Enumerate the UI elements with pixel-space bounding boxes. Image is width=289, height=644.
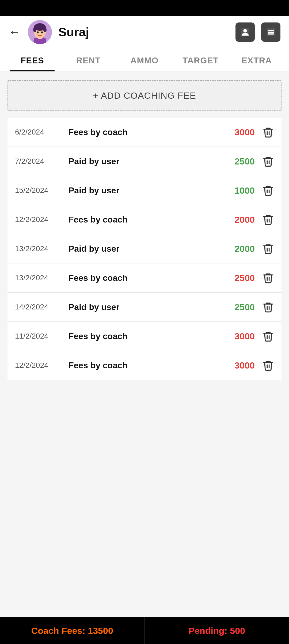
- table-row: 11/2/2024 Fees by coach 3000: [7, 322, 282, 351]
- tab-fees[interactable]: FEES: [4, 48, 60, 71]
- table-row: 13/2/2024 Fees by coach 2500: [7, 263, 282, 293]
- tab-extra[interactable]: EXTRA: [229, 48, 285, 71]
- fee-amount: 3000: [212, 360, 255, 371]
- fee-label: Fees by coach: [69, 361, 212, 370]
- delete-button[interactable]: [262, 359, 274, 371]
- pending-stat: Pending: 500: [145, 617, 289, 644]
- fee-amount: 2500: [212, 273, 255, 283]
- delete-button[interactable]: [262, 126, 274, 138]
- table-row: 13/2/2024 Paid by user 2000: [7, 234, 282, 263]
- menu-icon: [265, 27, 276, 37]
- tab-ammo[interactable]: AMMO: [116, 48, 173, 71]
- status-bar: [0, 0, 289, 16]
- svg-rect-13: [268, 30, 274, 31]
- coach-fees-stat: Coach Fees: 13500: [0, 617, 145, 644]
- fee-label: Fees by coach: [69, 273, 212, 283]
- fee-date: 13/2/2024: [15, 274, 69, 282]
- header: ← Suraj: [0, 16, 289, 48]
- svg-point-6: [33, 27, 36, 32]
- fee-label: Paid by user: [69, 244, 212, 254]
- fee-amount: 2500: [212, 302, 255, 312]
- fee-date: 6/2/2024: [15, 128, 69, 136]
- fee-label: Fees by coach: [69, 331, 212, 341]
- fee-amount: 2000: [212, 214, 255, 225]
- pending-label: Pending: 500: [188, 626, 245, 636]
- fee-amount: 2000: [212, 244, 255, 254]
- add-coaching-fee-button[interactable]: + ADD COACHING FEE: [7, 80, 282, 111]
- coach-fees-label: Coach Fees: 13500: [31, 626, 113, 636]
- tab-rent[interactable]: RENT: [60, 48, 117, 71]
- table-row: 15/2/2024 Paid by user 1000: [7, 176, 282, 205]
- tabs-bar: FEES RENT AMMO TARGET EXTRA: [0, 48, 289, 71]
- fee-date: 15/2/2024: [15, 186, 69, 195]
- fee-date: 14/2/2024: [15, 303, 69, 311]
- fee-label: Fees by coach: [69, 215, 212, 225]
- svg-point-7: [43, 27, 47, 32]
- fee-amount: 2500: [212, 156, 255, 167]
- table-row: 6/2/2024 Fees by coach 3000: [7, 118, 282, 147]
- tab-target[interactable]: TARGET: [173, 48, 229, 71]
- fee-date: 12/2/2024: [15, 215, 69, 224]
- menu-button[interactable]: [261, 22, 280, 42]
- main-content: + ADD COACHING FEE 6/2/2024 Fees by coac…: [0, 71, 289, 633]
- fee-date: 13/2/2024: [15, 244, 69, 253]
- profile-button[interactable]: [235, 22, 255, 42]
- fee-date: 7/2/2024: [15, 157, 69, 166]
- delete-button[interactable]: [262, 301, 274, 313]
- svg-rect-15: [268, 33, 274, 34]
- back-button[interactable]: ←: [9, 26, 20, 38]
- svg-point-9: [41, 32, 43, 33]
- user-name: Suraj: [58, 25, 235, 39]
- table-row: 12/2/2024 Fees by coach 3000: [7, 351, 282, 380]
- delete-button[interactable]: [262, 243, 274, 255]
- fee-amount: 3000: [212, 331, 255, 342]
- fee-label: Paid by user: [69, 186, 212, 195]
- delete-button[interactable]: [262, 272, 274, 284]
- person-icon: [240, 27, 250, 37]
- fee-label: Paid by user: [69, 156, 212, 166]
- fee-date: 12/2/2024: [15, 361, 69, 370]
- delete-button[interactable]: [262, 214, 274, 225]
- table-row: 14/2/2024 Paid by user 2500: [7, 293, 282, 322]
- svg-rect-14: [268, 32, 274, 33]
- fee-list: 6/2/2024 Fees by coach 3000 7/2/2024 Pai…: [7, 118, 282, 380]
- fee-label: Paid by user: [69, 302, 212, 312]
- fee-amount: 3000: [212, 127, 255, 137]
- table-row: 7/2/2024 Paid by user 2500: [7, 147, 282, 176]
- fee-amount: 1000: [212, 185, 255, 196]
- svg-point-11: [243, 29, 247, 32]
- delete-button[interactable]: [262, 185, 274, 196]
- fee-date: 11/2/2024: [15, 332, 69, 340]
- header-icons: [235, 22, 280, 42]
- bottom-bar: Coach Fees: 13500 Pending: 500: [0, 617, 289, 644]
- delete-button[interactable]: [262, 330, 274, 342]
- fee-label: Fees by coach: [69, 127, 212, 137]
- svg-point-8: [37, 32, 39, 33]
- table-row: 12/2/2024 Fees by coach 2000: [7, 205, 282, 234]
- avatar: [28, 20, 52, 44]
- delete-button[interactable]: [262, 155, 274, 167]
